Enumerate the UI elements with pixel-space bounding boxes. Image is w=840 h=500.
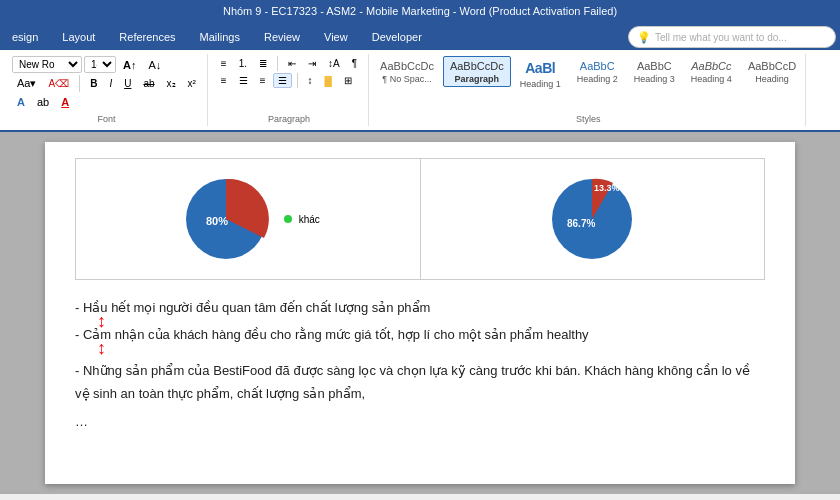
style-no-spacing[interactable]: AaBbCcDc ¶ No Spac... bbox=[373, 56, 441, 87]
show-marks-button[interactable]: ¶ bbox=[347, 56, 362, 71]
style-heading3[interactable]: AaBbC Heading 3 bbox=[627, 56, 682, 87]
style-heading1-label: Heading 1 bbox=[520, 79, 561, 89]
decrease-indent-button[interactable]: ⇤ bbox=[283, 56, 301, 71]
tab-design[interactable]: esign bbox=[0, 24, 50, 50]
style-heading2-preview: AaBbC bbox=[580, 59, 615, 74]
borders-button[interactable]: ⊞ bbox=[339, 73, 357, 88]
style-heading3-label: Heading 3 bbox=[634, 74, 675, 84]
svg-text:80%: 80% bbox=[206, 215, 228, 227]
bold-button[interactable]: B bbox=[85, 76, 102, 91]
doc-area: 80% khác bbox=[0, 132, 840, 494]
style-heading-label: Heading bbox=[755, 74, 789, 84]
paragraph-group-label: Paragraph bbox=[210, 114, 368, 124]
doc-line-1-text: - Hầu hết mọi người đều quan tâm đến chấ… bbox=[75, 296, 430, 319]
tab-references[interactable]: References bbox=[107, 24, 187, 50]
title-text: Nhóm 9 - EC17323 - ASM2 - Mobile Marketi… bbox=[223, 5, 617, 17]
doc-text: - Hầu hết mọi người đều quan tâm đến chấ… bbox=[75, 296, 765, 433]
strikethrough-button[interactable]: ab bbox=[138, 76, 159, 91]
style-heading-preview: AaBbCcD bbox=[748, 59, 796, 74]
style-heading4-label: Heading 4 bbox=[691, 74, 732, 84]
style-no-spacing-preview: AaBbCcDc bbox=[380, 59, 434, 74]
align-left-button[interactable]: ≡ bbox=[216, 73, 232, 88]
italic-button[interactable]: I bbox=[104, 76, 117, 91]
style-heading4[interactable]: AaBbCc Heading 4 bbox=[684, 56, 739, 87]
line-spacing-button[interactable]: ↕ bbox=[303, 73, 318, 88]
arrow-2: ↕ bbox=[97, 339, 106, 357]
text-highlight-button[interactable]: ab bbox=[32, 94, 54, 110]
style-paragraph[interactable]: AaBbCcDc Paragraph bbox=[443, 56, 511, 87]
multilevel-button[interactable]: ≣ bbox=[254, 56, 272, 71]
align-right-button[interactable]: ≡ bbox=[255, 73, 271, 88]
styles-group-label: Styles bbox=[371, 114, 805, 124]
font-color-button[interactable]: A bbox=[56, 94, 74, 110]
sort-button[interactable]: ↕A bbox=[323, 56, 345, 71]
chart-1-legend: khác bbox=[284, 214, 320, 225]
styles-group: AaBbCcDc ¶ No Spac... AaBbCcDc Paragraph… bbox=[371, 54, 806, 126]
font-name-select[interactable]: New Ro bbox=[12, 56, 82, 73]
tab-layout[interactable]: Layout bbox=[50, 24, 107, 50]
svg-text:86.7%: 86.7% bbox=[567, 218, 595, 229]
pie-chart-2: 86.7% 13.3% bbox=[542, 169, 642, 269]
doc-line-3-text: - Những sản phẩm của BestiFood đã được s… bbox=[75, 363, 750, 401]
subscript-button[interactable]: x₂ bbox=[162, 76, 181, 91]
tab-review[interactable]: Review bbox=[252, 24, 312, 50]
doc-line-4: … bbox=[75, 410, 765, 433]
increase-indent-button[interactable]: ⇥ bbox=[303, 56, 321, 71]
style-no-spacing-label: ¶ No Spac... bbox=[382, 74, 431, 84]
doc-line-3: - Những sản phẩm của BestiFood đã được s… bbox=[75, 359, 765, 406]
justify-button[interactable]: ☰ bbox=[273, 73, 292, 88]
doc-line-1: - Hầu hết mọi người đều quan tâm đến chấ… bbox=[75, 296, 765, 319]
khac-label: khác bbox=[299, 214, 320, 225]
font-group: New Ro 14 A↑ A↓ Aa▾ A⌫ B I U ab x₂ x² bbox=[6, 54, 208, 126]
font-change-button[interactable]: Aa▾ bbox=[12, 75, 41, 92]
style-heading1[interactable]: AaBl Heading 1 bbox=[513, 56, 568, 92]
khac-dot bbox=[284, 215, 292, 223]
bullets-button[interactable]: ≡ bbox=[216, 56, 232, 71]
pie-chart-1: 80% bbox=[176, 169, 276, 269]
doc-line-4-text: … bbox=[75, 410, 88, 433]
style-heading[interactable]: AaBbCcD Heading bbox=[741, 56, 803, 87]
font-size-select[interactable]: 14 bbox=[84, 56, 116, 73]
chart-row: 80% khác bbox=[75, 158, 765, 280]
font-grow-button[interactable]: A↑ bbox=[118, 57, 141, 73]
style-paragraph-preview: AaBbCcDc bbox=[450, 59, 504, 74]
style-heading2[interactable]: AaBbC Heading 2 bbox=[570, 56, 625, 87]
style-heading4-preview: AaBbCc bbox=[691, 59, 731, 74]
style-heading1-preview: AaBl bbox=[525, 59, 555, 79]
clear-format-button[interactable]: A⌫ bbox=[43, 76, 74, 91]
style-heading3-preview: AaBbC bbox=[637, 59, 672, 74]
text-effects-button[interactable]: A bbox=[12, 94, 30, 110]
ribbon-tabs: esign Layout References Mailings Review … bbox=[0, 22, 840, 50]
tab-mailings[interactable]: Mailings bbox=[188, 24, 252, 50]
tab-developer[interactable]: Developer bbox=[360, 24, 434, 50]
tab-view[interactable]: View bbox=[312, 24, 360, 50]
svg-text:13.3%: 13.3% bbox=[594, 183, 620, 193]
paragraph-group: ≡ 1. ≣ ⇤ ⇥ ↕A ¶ ≡ ☰ ≡ ☰ ↕ ▓ ⊞ Paragraph bbox=[210, 54, 369, 126]
shading-button[interactable]: ▓ bbox=[320, 73, 337, 88]
style-heading2-label: Heading 2 bbox=[577, 74, 618, 84]
chart-cell-1: 80% khác bbox=[76, 159, 421, 279]
doc-line-2-text: - Cảm nhận của khách hàng đều cho rằng m… bbox=[75, 327, 589, 342]
search-placeholder: Tell me what you want to do... bbox=[655, 32, 787, 43]
doc-page: 80% khác bbox=[45, 142, 795, 484]
numbering-button[interactable]: 1. bbox=[234, 56, 252, 71]
superscript-button[interactable]: x² bbox=[183, 76, 201, 91]
ribbon-content: New Ro 14 A↑ A↓ Aa▾ A⌫ B I U ab x₂ x² bbox=[0, 50, 840, 132]
underline-button[interactable]: U bbox=[119, 76, 136, 91]
align-center-button[interactable]: ☰ bbox=[234, 73, 253, 88]
font-shrink-button[interactable]: A↓ bbox=[143, 57, 166, 73]
title-bar: Nhóm 9 - EC17323 - ASM2 - Mobile Marketi… bbox=[0, 0, 840, 22]
chart-cell-2: 86.7% 13.3% bbox=[421, 159, 765, 279]
style-paragraph-label: Paragraph bbox=[455, 74, 500, 84]
font-group-label: Font bbox=[6, 114, 207, 124]
tell-me-bar[interactable]: 💡 Tell me what you want to do... bbox=[628, 26, 836, 48]
doc-line-2: - Cảm nhận của khách hàng đều cho rằng m… bbox=[75, 323, 765, 346]
